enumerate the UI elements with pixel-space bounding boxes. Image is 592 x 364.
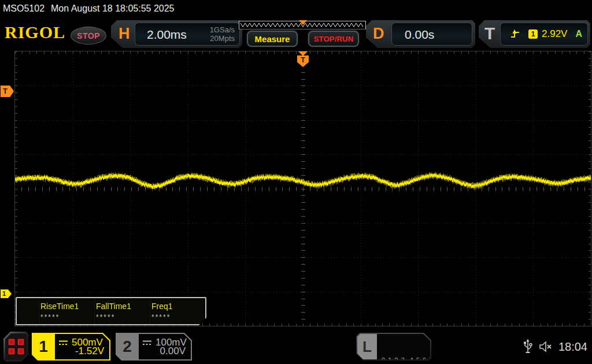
menu-grid-inner — [5, 333, 27, 360]
horizontal-label: H — [119, 25, 130, 43]
channel1-body: 500mV -1.52V — [55, 334, 109, 359]
datetime-text: Mon August 18 18:05:55 2025 — [51, 3, 175, 14]
graticule-canvas — [15, 51, 591, 326]
oscilloscope-screen: MSO5102 Mon August 18 18:05:55 2025 RIGO… — [0, 0, 592, 364]
trigger-panel: 1 2.92V A — [500, 23, 588, 46]
trigger-level-marker[interactable]: T — [1, 86, 14, 97]
measurement-label: RiseTime1 — [40, 302, 94, 311]
sample-rate-memdepth: 1GSa/s 20Mpts — [210, 25, 235, 43]
stop-run-button[interactable]: STOP/RUN — [308, 31, 359, 47]
measurement-value: ***** — [96, 313, 150, 321]
channel1-block[interactable]: 1 500mV -1.52V — [32, 333, 110, 361]
channel1-offset: -1.52V — [75, 346, 104, 357]
windows-grid-icon — [8, 339, 24, 355]
measure-button[interactable]: Measure — [247, 31, 298, 47]
dc-coupling-icon — [58, 340, 68, 346]
menu-grid-button[interactable] — [3, 332, 28, 362]
waveform-display-area — [14, 51, 591, 326]
measurement-item: FallTime1 ***** — [94, 298, 150, 324]
channel2-offset: 0.00V — [160, 346, 186, 357]
trigger-label: T — [484, 24, 495, 43]
measurement-label: FallTime1 — [96, 302, 150, 311]
sample-rate: 1GSa/s — [210, 25, 235, 34]
status-icons-area: 18:04 — [523, 329, 592, 364]
measurement-value: ***** — [40, 313, 94, 321]
trigger-settings-block[interactable]: T 1 2.92V A — [479, 20, 590, 48]
measurement-results-box[interactable]: RiseTime1 ***** FallTime1 ***** Freq1 **… — [16, 297, 206, 325]
trigger-sweep-mode: A — [575, 29, 582, 39]
dc-coupling-icon — [142, 340, 152, 346]
clock-text: 18:04 — [558, 340, 587, 354]
model-name: MSO5102 — [3, 3, 45, 14]
delay-panel: 0.00s — [391, 23, 472, 46]
timebase-value: 2.00ms — [147, 28, 187, 42]
speaker-muted-icon — [539, 340, 554, 353]
channel1-number: 1 — [32, 333, 55, 361]
bottom-status-bar: 1 500mV -1.52V 2 — [0, 329, 592, 364]
channel2-body: 100mV 0.00V — [139, 334, 191, 359]
channel2-block[interactable]: 2 100mV 0.00V — [116, 333, 192, 361]
trigger-level-value: 2.92V — [542, 28, 567, 40]
measurement-item: RiseTime1 ***** — [39, 298, 94, 324]
channel2-number: 2 — [116, 333, 139, 361]
rigol-logo: RIGOL — [5, 23, 65, 42]
delay-settings-block[interactable]: D 0.00s — [366, 20, 475, 48]
trigger-slope-icon — [510, 29, 520, 39]
acquisition-status-badge: STOP — [71, 27, 106, 44]
usb-icon — [523, 339, 533, 355]
ch1-ground-marker[interactable]: 1 — [1, 289, 12, 298]
delay-value: 0.00s — [405, 28, 434, 42]
horizontal-settings-block[interactable]: H 2.00ms 1GSa/s 20Mpts — [111, 20, 242, 48]
header-bar: RIGOL STOP H 2.00ms 1GSa/s 20Mpts Measur… — [0, 17, 592, 50]
logic-channels-block[interactable]: L 0 1 2 3 4 5 6 7 8 9 10 11 12 13 14 15 — [356, 333, 431, 361]
logic-channel-numbers: 0 1 2 3 4 5 6 7 8 9 10 11 12 13 14 15 — [377, 334, 430, 359]
logic-row1: 0 1 2 3 4 5 6 7 — [382, 356, 430, 364]
memory-depth: 20Mpts — [210, 34, 235, 43]
measurement-item: Freq1 ***** — [150, 298, 205, 324]
delay-label: D — [373, 25, 384, 43]
horizontal-panel: 2.00ms 1GSa/s 20Mpts — [135, 23, 240, 46]
title-bar: MSO5102 Mon August 18 18:05:55 2025 — [0, 0, 592, 17]
trigger-position-arrow-icon[interactable] — [298, 51, 308, 56]
logic-label: L — [357, 334, 377, 359]
trigger-source-badge: 1 — [528, 29, 538, 39]
overview-position-marker-icon[interactable] — [299, 20, 307, 25]
measurement-label: Freq1 — [151, 302, 205, 311]
measurement-value: ***** — [151, 313, 205, 321]
